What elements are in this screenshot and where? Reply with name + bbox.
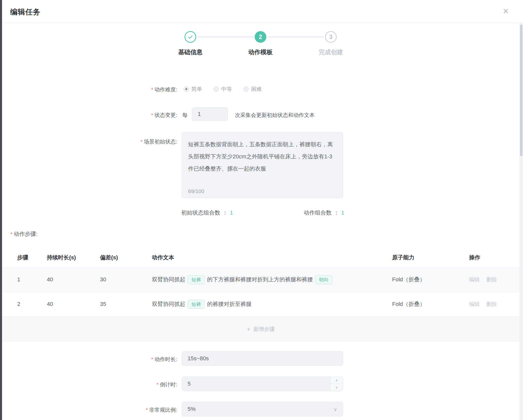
background-left-strip bbox=[0, 0, 2, 420]
required-asterisk: * bbox=[151, 112, 153, 118]
action-text-segment: 双臂协同抓起 bbox=[152, 300, 185, 308]
cell-action-text: 双臂协同抓起 短裤 的下方裤腿和裤腰对折到上方的裤腿和裤腰 朝向 bbox=[152, 267, 332, 292]
step-3-pending-circle: 3 bbox=[325, 31, 337, 43]
required-asterisk: * bbox=[146, 407, 148, 413]
duration-label: *动作时长: bbox=[86, 356, 177, 363]
initial-state-text: 短裤五条数据背面朝上，五条数据正面朝上，裤腰朝右，离头部视野下方至少20cm之外… bbox=[182, 132, 343, 175]
cell-actions: 编辑 删除 bbox=[469, 292, 497, 316]
initial-state-combo-count: 初始状态组合数 ： 1 bbox=[181, 209, 233, 217]
required-asterisk: * bbox=[151, 87, 153, 92]
stepper-up-button[interactable]: ∧ bbox=[330, 377, 343, 384]
cell-duration: 40 bbox=[47, 267, 53, 292]
duration-input[interactable]: 15s~80s bbox=[182, 351, 343, 366]
cell-ability: Fold（折叠） bbox=[392, 292, 425, 316]
step-3-label: 完成创建 bbox=[300, 48, 361, 56]
header-duration: 持续时长(s) bbox=[47, 254, 76, 261]
radio-selected-icon[interactable] bbox=[184, 87, 189, 92]
step-1-done-circle bbox=[185, 31, 196, 43]
required-asterisk: * bbox=[140, 139, 143, 144]
action-steps-label: *动作步骤: bbox=[10, 230, 37, 238]
unusual-ratio-select[interactable]: 5% ∨ bbox=[182, 402, 343, 416]
state-change-prefix: 每 bbox=[182, 112, 188, 119]
radio-unselected-icon[interactable] bbox=[214, 87, 219, 92]
action-steps-table: 步骤 持续时长(s) 偏差(s) 动作文本 原子能力 操作 1 40 30 双臂… bbox=[2, 247, 519, 342]
unusual-ratio-label: *非常规比例: bbox=[86, 406, 177, 413]
add-step-button[interactable]: + 新增步骤 bbox=[2, 317, 519, 342]
action-text-segment: 双臂协同抓起 bbox=[152, 276, 185, 283]
number-stepper: ∧ ∨ bbox=[330, 377, 343, 391]
edit-link[interactable]: 编辑 bbox=[469, 301, 480, 308]
countdown-value: 5 bbox=[188, 381, 191, 387]
state-change-input[interactable]: 1 bbox=[192, 107, 228, 121]
initial-state-label: *场景初始状态: bbox=[86, 138, 177, 145]
initial-combo-label: 初始状态组合数 bbox=[181, 209, 220, 217]
dialog-header: 编辑任务 ✕ bbox=[2, 0, 523, 23]
delete-link[interactable]: 删除 bbox=[486, 301, 497, 308]
step-3-number: 3 bbox=[329, 34, 333, 40]
step-1-label: 基础信息 bbox=[160, 48, 221, 56]
header-deviation: 偏差(s) bbox=[100, 254, 118, 261]
cell-duration: 40 bbox=[47, 292, 53, 316]
colon-separator: ： bbox=[222, 209, 228, 217]
table-row: 1 40 30 双臂协同抓起 短裤 的下方裤腿和裤腰对折到上方的裤腿和裤腰 朝向… bbox=[2, 267, 519, 292]
table-row: 2 40 35 双臂协同抓起 短裤 的裤腰对折至裤腿 Fold（折叠） 编辑 删… bbox=[2, 292, 519, 317]
step-2-label: 动作模板 bbox=[230, 48, 291, 56]
step-2-active-circle: 2 bbox=[255, 31, 266, 43]
object-tag: 短裤 bbox=[188, 275, 205, 284]
header-actions: 操作 bbox=[469, 254, 480, 261]
unusual-ratio-value: 5% bbox=[188, 406, 196, 412]
radio-label-medium: 中等 bbox=[221, 86, 232, 93]
cell-ability: Fold（折叠） bbox=[392, 267, 425, 292]
state-change-suffix: 次采集会更新初始状态和动作文本 bbox=[235, 112, 315, 119]
header-text: 动作文本 bbox=[152, 254, 174, 261]
countdown-label: *倒计时: bbox=[86, 381, 177, 388]
step-connector-2 bbox=[268, 36, 324, 37]
radio-label-easy: 简单 bbox=[191, 86, 202, 93]
state-change-label: *状态变更: bbox=[86, 112, 177, 119]
close-icon[interactable]: ✕ bbox=[500, 6, 511, 17]
required-asterisk: * bbox=[10, 231, 12, 237]
cell-step: 1 bbox=[17, 267, 20, 292]
state-change-value: 1 bbox=[198, 111, 201, 117]
required-asterisk: * bbox=[151, 356, 153, 362]
cell-actions: 编辑 删除 bbox=[469, 267, 497, 292]
scrollbar-thumb[interactable] bbox=[520, 25, 522, 156]
cell-deviation: 35 bbox=[100, 292, 106, 316]
cell-deviation: 30 bbox=[100, 267, 106, 292]
header-ability: 原子能力 bbox=[392, 254, 414, 261]
object-tag: 短裤 bbox=[188, 300, 205, 309]
scrollbar-track[interactable] bbox=[519, 23, 523, 420]
edit-link[interactable]: 编辑 bbox=[469, 276, 480, 283]
cell-action-text: 双臂协同抓起 短裤 的裤腰对折至裤腿 bbox=[152, 292, 252, 316]
action-text-segment: 的裤腰对折至裤腿 bbox=[207, 300, 252, 308]
delete-link[interactable]: 删除 bbox=[486, 276, 497, 283]
action-combo-label: 动作组合数 bbox=[304, 209, 332, 217]
dialog-title: 编辑任务 bbox=[10, 7, 41, 17]
orientation-tag: 朝向 bbox=[315, 275, 332, 284]
radio-option-easy[interactable]: 简单 bbox=[184, 86, 202, 93]
required-asterisk: * bbox=[156, 382, 158, 387]
header-step: 步骤 bbox=[17, 254, 28, 261]
stepper-down-button[interactable]: ∨ bbox=[330, 384, 343, 391]
radio-option-medium[interactable]: 中等 bbox=[214, 86, 232, 93]
radio-unselected-icon[interactable] bbox=[244, 87, 249, 92]
chevron-up-icon: ∧ bbox=[335, 378, 338, 382]
radio-option-hard[interactable]: 困难 bbox=[244, 86, 262, 93]
initial-combo-value: 1 bbox=[230, 209, 233, 216]
duration-value: 15s~80s bbox=[188, 355, 209, 362]
char-counter: 69/100 bbox=[188, 188, 204, 194]
action-text-segment: 的下方裤腿和裤腰对折到上方的裤腿和裤腰 bbox=[207, 276, 313, 283]
action-combo-count: 动作组合数 ： 1 bbox=[304, 209, 344, 217]
countdown-input[interactable]: 5 ∧ ∨ bbox=[182, 376, 343, 391]
cell-step: 2 bbox=[17, 292, 20, 316]
step-2-number: 2 bbox=[259, 34, 262, 40]
action-combo-value: 1 bbox=[341, 209, 344, 216]
add-step-label: 新增步骤 bbox=[253, 326, 275, 333]
initial-state-textarea[interactable]: 短裤五条数据背面朝上，五条数据正面朝上，裤腰朝右，离头部视野下方至少20cm之外… bbox=[182, 132, 343, 198]
check-icon bbox=[187, 34, 194, 40]
table-header-row: 步骤 持续时长(s) 偏差(s) 动作文本 原子能力 操作 bbox=[2, 247, 519, 267]
difficulty-radio-group: 简单 中等 困难 bbox=[184, 86, 262, 93]
step-connector-1 bbox=[197, 36, 253, 37]
chevron-down-icon: ∨ bbox=[335, 385, 338, 389]
plus-icon: + bbox=[247, 326, 250, 333]
